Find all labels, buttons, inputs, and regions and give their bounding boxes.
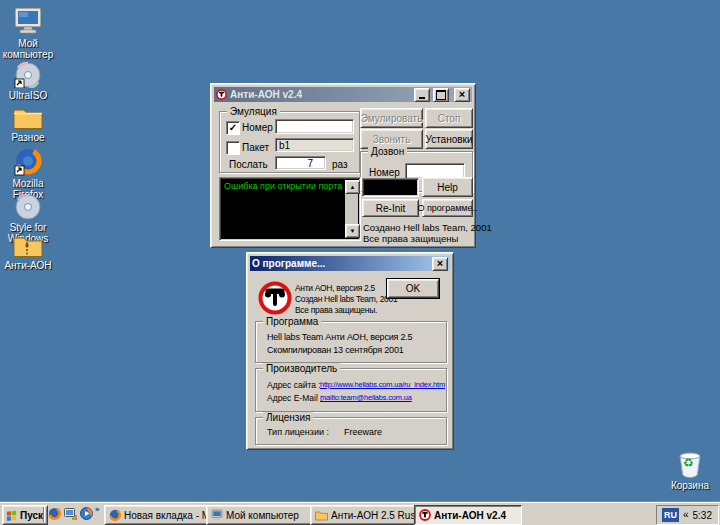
help-button[interactable]: Help <box>422 177 473 197</box>
reinit-button[interactable]: Re-Init <box>362 199 419 217</box>
close-button[interactable]: × <box>454 88 470 102</box>
about-button[interactable]: О программе.. <box>422 199 473 217</box>
program-line1: Hell labs Team Анти АОН, версия 2.5 <box>267 332 412 342</box>
about-close-button[interactable]: × <box>432 257 448 271</box>
desktop-icon-recycle-bin[interactable]: ♻ Корзина <box>662 450 718 491</box>
task-button-firefox[interactable]: Новая вкладка - Mozilla... <box>104 505 212 525</box>
quicklaunch-show-desktop-icon[interactable] <box>64 507 78 521</box>
cd-disc-icon <box>12 194 44 220</box>
maximize-icon <box>436 90 446 100</box>
anti-aon-icon <box>419 509 431 521</box>
stop-button-label: Стоп <box>438 113 461 124</box>
settings-button[interactable]: Установки <box>425 129 473 149</box>
quicklaunch-firefox-icon[interactable] <box>48 507 62 521</box>
check-icon: ✓ <box>229 123 237 133</box>
emulation-group-label: Эмуляция <box>227 106 280 117</box>
program-group-label: Программа <box>263 316 321 327</box>
help-button-label: Help <box>437 182 458 193</box>
up-arrow-icon: ▲ <box>350 184 356 190</box>
dial-group-label: Дозвон <box>368 146 407 157</box>
about-titlebar[interactable]: О программе... × <box>250 256 450 271</box>
vendor-group-label: Производитель <box>263 363 340 374</box>
quicklaunch-overflow-chevron[interactable]: » <box>95 505 99 514</box>
settings-button-label: Установки <box>425 134 472 145</box>
desktop-icon-label: Разное <box>0 132 56 143</box>
about-dialog: О программе... × Анти АОН, версия 2.5 Со… <box>246 252 454 450</box>
desktop-icon-my-computer[interactable]: Мой компьютер <box>0 6 56 60</box>
start-button[interactable]: Пуск <box>2 505 48 525</box>
send-label: Послать <box>229 159 268 170</box>
ok-button[interactable]: OK <box>387 279 439 298</box>
packet-checkbox[interactable] <box>226 141 240 155</box>
reinit-button-label: Re-Init <box>376 203 405 214</box>
stop-button[interactable]: Стоп <box>425 108 473 128</box>
send-count-input[interactable] <box>275 156 326 170</box>
minimize-icon <box>419 97 425 99</box>
desktop-icon-label: Корзина <box>662 480 718 491</box>
recycle-bin-icon: ♻ <box>674 450 706 478</box>
my-computer-icon <box>12 6 44 36</box>
emulate-button-label: Эмулировать <box>361 113 423 124</box>
folder-icon <box>12 106 44 130</box>
call-button-label: Звонить <box>373 134 411 145</box>
recycle-glyph: ♻ <box>683 458 694 469</box>
email-label: Адрес E-Mail : <box>267 393 323 403</box>
console-scrollbar[interactable]: ▲ ▼ <box>345 180 358 238</box>
window-title: Анти-АОН v2.4 <box>230 89 411 100</box>
my-computer-icon <box>211 509 223 521</box>
ok-button-default-ring: OK <box>386 278 440 299</box>
anti-aon-titlebar[interactable]: Анти-АОН v2.4 × <box>214 87 472 102</box>
about-info-line1: Анти АОН, версия 2.5 <box>295 283 375 293</box>
down-arrow-icon: ▼ <box>350 228 356 234</box>
about-info-line2: Создан Hell labs Team, 2001 <box>295 294 397 304</box>
number-input[interactable] <box>275 119 354 134</box>
tray-clock[interactable]: 5:32 <box>693 510 712 521</box>
number-checkbox[interactable]: ✓ <box>226 121 240 135</box>
scroll-up-button[interactable]: ▲ <box>345 180 360 194</box>
program-line2: Скомпилирован 13 сентября 2001 <box>267 345 404 355</box>
about-title: О программе... <box>252 258 429 269</box>
console-message: Ошибка при открытии порта <box>224 181 342 191</box>
desktop-icon-label: Мой компьютер <box>0 38 56 60</box>
anti-aon-window: Анти-АОН v2.4 × Эмуляция ✓ Номер Пакет П… <box>210 83 476 248</box>
desktop-icon-anti-aon[interactable]: Анти-АОН <box>0 234 56 271</box>
about-button-label: О программе.. <box>417 203 477 213</box>
anti-aon-icon <box>216 89 227 100</box>
cd-disc-icon <box>12 62 44 88</box>
maximize-button[interactable] <box>433 88 449 102</box>
quicklaunch-media-player-icon[interactable] <box>80 507 94 521</box>
vendor-group: Производитель Адрес сайта : http://www.h… <box>255 368 447 412</box>
task-button-my-computer[interactable]: Мой компьютер <box>206 505 316 525</box>
start-button-label: Пуск <box>20 510 43 521</box>
emulation-group: Эмуляция ✓ Номер Пакет Послать раз <box>219 111 360 173</box>
task-button-anti-aon-folder[interactable]: Анти-АОН 2.5 Rus <box>310 505 420 525</box>
site-label: Адрес сайта : <box>267 380 321 390</box>
close-icon: × <box>437 259 443 268</box>
firefox-icon <box>109 509 121 521</box>
license-type-label: Тип лицензии : <box>267 427 329 437</box>
taskbar: Пуск » <box>0 502 720 525</box>
zip-folder-icon <box>12 234 44 258</box>
task-button-label: Мой компьютер <box>226 510 299 521</box>
desktop-icon-raznoe[interactable]: Разное <box>0 106 56 143</box>
language-indicator[interactable]: RU <box>662 508 679 522</box>
minimize-button[interactable] <box>414 88 430 102</box>
credits-line2: Все права защищены <box>363 233 458 244</box>
folder-icon <box>315 510 328 521</box>
emulate-button[interactable]: Эмулировать <box>360 108 423 128</box>
task-button-anti-aon-app[interactable]: Анти-АОН v2.4 <box>414 505 522 525</box>
site-link[interactable]: http://www.hellabs.com.ua/ru_index.htm <box>320 380 445 389</box>
close-icon: × <box>459 90 465 99</box>
license-group: Лицензия Тип лицензии : Freeware <box>255 417 447 445</box>
email-link[interactable]: mailto:team@hellabs.com.ua <box>320 393 412 402</box>
license-type-value: Freeware <box>344 427 382 437</box>
task-button-label: Новая вкладка - Mozilla... <box>124 510 207 521</box>
windows-flag-icon <box>6 510 17 521</box>
credits-line1: Создано Hell labs Team, 2001 <box>363 222 492 233</box>
tray-chevron-icon[interactable]: « <box>683 510 689 520</box>
desktop-icon-ultraiso[interactable]: UltraISO <box>0 62 56 101</box>
scroll-down-button[interactable]: ▼ <box>345 224 360 238</box>
anti-aon-logo-icon <box>258 281 292 317</box>
packet-input[interactable] <box>275 138 354 152</box>
desktop-icon-firefox[interactable]: Mozilla Firefox <box>0 148 56 200</box>
